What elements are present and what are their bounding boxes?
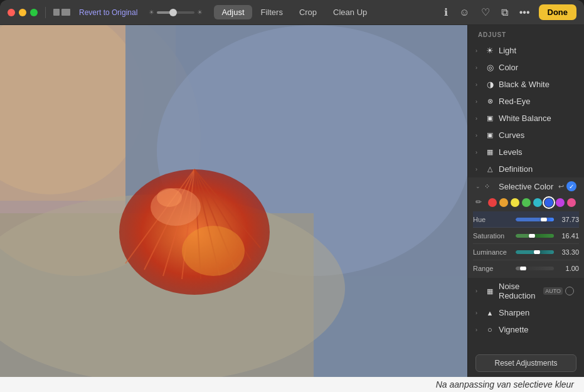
luminance-track[interactable] (516, 250, 554, 254)
tab-cleanup[interactable]: Clean Up (326, 5, 374, 19)
red-eye-label: Red-Eye (499, 97, 574, 106)
adjust-item-light[interactable]: › ☀ Light (468, 42, 584, 59)
tab-filters[interactable]: Filters (253, 5, 290, 19)
selective-color-icon: ⁘ (484, 183, 496, 191)
info-button[interactable]: ℹ (442, 5, 450, 19)
selective-color-section: ⌄ ⁘ Selective Color ↩ ✓ ✏ (468, 177, 584, 278)
adjust-item-red-eye[interactable]: › ⊗ Red-Eye (468, 93, 584, 110)
adjust-item-noise-reduction[interactable]: › ▦ Noise Reduction AUTO (468, 278, 584, 304)
revert-to-original-button[interactable]: Revert to Original (75, 6, 141, 19)
photo-area (0, 25, 467, 377)
favorites-button[interactable]: ♡ (479, 5, 492, 19)
circle-icon (565, 287, 574, 295)
hue-slider-row: Hue 37.73 (473, 211, 579, 228)
luminance-slider-row: Luminance 33.30 (473, 244, 579, 260)
chevron-right-icon: › (475, 115, 482, 122)
auto-badge: AUTO (543, 287, 563, 295)
swatch-red[interactable] (488, 198, 497, 207)
more-button[interactable]: ••• (517, 6, 533, 19)
luminance-thumb[interactable] (534, 250, 540, 254)
adjust-item-white-balance[interactable]: › ▣ White Balance (468, 110, 584, 127)
adjust-item-curves[interactable]: › ▣ Curves (468, 127, 584, 144)
adjust-item-definition[interactable]: › △ Definition (468, 161, 584, 177)
hue-track[interactable] (516, 218, 554, 221)
chevron-right-icon: › (475, 132, 482, 139)
chevron-right-icon: › (475, 288, 482, 294)
share-button[interactable]: ⧉ (499, 6, 511, 19)
saturation-slider-row: Saturation 16.41 (473, 228, 579, 244)
titlebar-right: ℹ ☺ ♡ ⧉ ••• Done (442, 4, 576, 20)
caption-bar: Na aanpassing van selectieve kleur (0, 377, 584, 392)
chevron-right-icon: › (475, 327, 482, 333)
swatch-purple[interactable] (556, 198, 565, 207)
range-label: Range (473, 265, 512, 272)
swatch-magenta[interactable] (567, 198, 576, 207)
panel-header: ADJUST (468, 25, 584, 42)
swatch-cyan[interactable] (533, 198, 542, 207)
adjust-item-selective-color[interactable]: ⌄ ⁘ Selective Color ↩ ✓ (468, 177, 584, 195)
tab-adjust[interactable]: Adjust (214, 5, 252, 19)
swatch-green[interactable] (522, 198, 531, 207)
levels-icon: ▦ (484, 148, 496, 156)
sharpen-icon: ▲ (484, 309, 496, 317)
maximize-button[interactable] (30, 9, 38, 16)
adjust-item-vignette[interactable]: › ○ Vignette (468, 321, 584, 338)
toolbar-tabs: Adjust Filters Crop Clean Up (214, 5, 374, 19)
svg-point-20 (182, 226, 245, 276)
noise-reduction-label: Noise Reduction (499, 282, 543, 300)
divider (45, 7, 46, 18)
adjust-item-levels[interactable]: › ▦ Levels (468, 144, 584, 161)
noise-reduction-icon: ▦ (484, 287, 496, 295)
emoji-button[interactable]: ☺ (457, 6, 472, 19)
curves-icon: ▣ (484, 131, 496, 139)
reset-adjustments-button[interactable]: Reset Adjustments (475, 354, 576, 372)
swatch-blue[interactable] (544, 198, 553, 207)
panel-scroll[interactable]: › ☀ Light › ◎ Color › ◑ Black & White (468, 42, 584, 349)
color-label: Color (499, 63, 574, 72)
swatch-orange[interactable] (499, 198, 508, 207)
light-icon: ☀ (484, 46, 496, 55)
pencil-icon[interactable]: ✏ (475, 198, 486, 208)
done-button[interactable]: Done (539, 4, 577, 20)
curves-label: Curves (499, 130, 574, 140)
chevron-right-icon: › (475, 65, 482, 71)
adjust-item-sharpen[interactable]: › ▲ Sharpen (468, 304, 584, 321)
main-window: Revert to Original ☀ ☀ Adjust Filters Cr… (0, 0, 584, 377)
hue-thumb[interactable] (541, 218, 547, 221)
range-track[interactable] (516, 267, 554, 270)
tab-crop[interactable]: Crop (292, 5, 324, 19)
color-swatches-row: ✏ (468, 195, 584, 210)
black-white-label: Black & White (499, 80, 574, 89)
saturation-thumb[interactable] (529, 234, 535, 238)
hue-fill (516, 218, 544, 221)
swatch-yellow[interactable] (511, 198, 519, 207)
brightness-slider[interactable] (157, 11, 194, 14)
undo-icon[interactable]: ↩ (558, 183, 564, 191)
adjust-item-color[interactable]: › ◎ Color (468, 59, 584, 76)
brightness-slider-container: ☀ ☀ (149, 9, 203, 16)
vignette-label: Vignette (499, 325, 574, 334)
selective-color-actions: ↩ ✓ (558, 181, 576, 191)
enable-toggle[interactable]: ✓ (566, 181, 576, 191)
sc-sliders: Hue 37.73 Saturation (468, 210, 584, 278)
sun-small-icon: ☀ (149, 9, 154, 16)
saturation-track[interactable] (516, 234, 554, 238)
adjust-item-black-white[interactable]: › ◑ Black & White (468, 76, 584, 93)
chevron-right-icon: › (475, 149, 482, 156)
definition-icon: △ (484, 165, 496, 173)
hue-value: 37.73 (558, 216, 579, 223)
sharpen-label: Sharpen (499, 308, 574, 317)
minimize-button[interactable] (19, 9, 26, 16)
definition-label: Definition (499, 164, 574, 174)
chevron-right-icon: › (475, 98, 482, 105)
titlebar: Revert to Original ☀ ☀ Adjust Filters Cr… (0, 0, 584, 25)
range-thumb[interactable] (520, 267, 526, 270)
vignette-icon: ○ (484, 325, 496, 334)
close-button[interactable] (8, 9, 15, 16)
window-icon (53, 9, 70, 16)
saturation-value: 16.41 (558, 232, 579, 240)
light-label: Light (499, 46, 574, 55)
chevron-down-icon: ⌄ (475, 183, 482, 189)
chevron-right-icon: › (475, 48, 482, 54)
saturation-label: Saturation (473, 232, 512, 240)
